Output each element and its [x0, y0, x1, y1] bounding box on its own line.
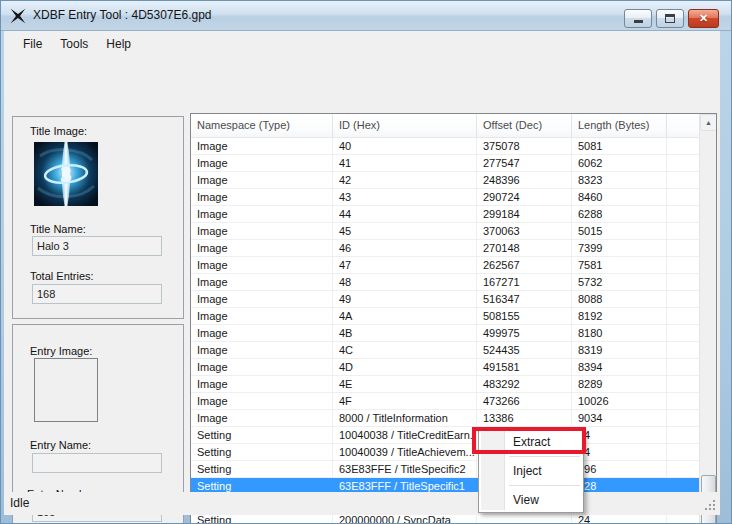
table-row[interactable]: Image4E4832928289: [191, 376, 699, 393]
menu-separator: [509, 485, 580, 486]
cell-filler: [667, 189, 699, 206]
cell-namespace: Image: [191, 325, 333, 342]
cell-namespace: Image: [191, 342, 333, 359]
table-row[interactable]: Image432907248460: [191, 189, 699, 206]
header-cell-3[interactable]: Length (Bytes): [572, 114, 667, 137]
cell-offset: 508155: [477, 308, 572, 325]
header-cell-1[interactable]: ID (Hex): [333, 114, 477, 137]
table-row[interactable]: Image8000 / TitleInformation133869034: [191, 410, 699, 427]
cell-filler: [667, 206, 699, 223]
cell-length: 8394: [572, 359, 667, 376]
table-row[interactable]: Image4A5081558192: [191, 308, 699, 325]
cell-filler: [667, 308, 699, 325]
cell-id: 10040039 / TitleAchievem...: [333, 444, 477, 461]
table-row[interactable]: Image412775476062: [191, 155, 699, 172]
cell-filler: [667, 291, 699, 308]
entries-table: Namespace (Type)ID (Hex)Offset (Dec)Leng…: [190, 113, 717, 524]
total-entries-input[interactable]: [32, 284, 162, 304]
cell-length: 8319: [572, 342, 667, 359]
cell-namespace: Image: [191, 206, 333, 223]
table-row[interactable]: Image462701487399: [191, 240, 699, 257]
maximize-button[interactable]: [656, 9, 684, 28]
title-info-panel: Title Image: 3: [12, 116, 184, 319]
cell-namespace: Image: [191, 155, 333, 172]
cell-filler: [667, 342, 699, 359]
context-menu-item-view[interactable]: View: [479, 489, 583, 511]
cell-id: 4B: [333, 325, 477, 342]
cell-filler: [667, 172, 699, 189]
cell-namespace: Setting: [191, 444, 333, 461]
cell-offset: 290724: [477, 189, 572, 206]
cell-namespace: Image: [191, 359, 333, 376]
table-row[interactable]: Image442991846288: [191, 206, 699, 223]
cell-id: 47: [333, 257, 477, 274]
menu-item-tools[interactable]: Tools: [51, 34, 97, 54]
cell-namespace: Image: [191, 223, 333, 240]
minimize-button[interactable]: [624, 9, 652, 28]
vertical-scrollbar[interactable]: ▲ ▼: [699, 114, 716, 524]
cell-namespace: Image: [191, 393, 333, 410]
table-row[interactable]: Image495163478088: [191, 291, 699, 308]
table-header: Namespace (Type)ID (Hex)Offset (Dec)Leng…: [191, 114, 699, 138]
cell-filler: [667, 155, 699, 172]
cell-length: 5732: [572, 274, 667, 291]
cell-id: 41: [333, 155, 477, 172]
cell-filler: [667, 274, 699, 291]
status-bar: Idle: [4, 492, 720, 515]
resize-grip[interactable]: [704, 499, 717, 512]
cell-id: 40: [333, 138, 477, 155]
cell-id: 44: [333, 206, 477, 223]
total-entries-label: Total Entries:: [30, 270, 94, 282]
cell-offset: 375078: [477, 138, 572, 155]
header-cell-0[interactable]: Namespace (Type): [191, 114, 333, 137]
cell-length: 8088: [572, 291, 667, 308]
cell-offset: 299184: [477, 206, 572, 223]
cell-namespace: Setting: [191, 461, 333, 478]
cell-filler: [667, 359, 699, 376]
cell-id: 48: [333, 274, 477, 291]
client-area: Title Image: 3: [4, 56, 720, 515]
menu-item-help[interactable]: Help: [97, 34, 140, 54]
cell-filler: [667, 325, 699, 342]
cell-offset: 248396: [477, 172, 572, 189]
table-row[interactable]: Image472625677581: [191, 257, 699, 274]
menu-item-file[interactable]: File: [14, 34, 51, 54]
table-row[interactable]: Image403750785081: [191, 138, 699, 155]
cell-filler: [667, 461, 699, 478]
cell-namespace: Image: [191, 376, 333, 393]
cell-length: 8180: [572, 325, 667, 342]
entry-name-input[interactable]: [32, 453, 162, 473]
table-row[interactable]: Image422483968323: [191, 172, 699, 189]
table-row[interactable]: Setting10040039 / TitleAchievem...224742…: [191, 444, 699, 461]
minimize-icon: [634, 20, 643, 23]
header-cell-filler: [667, 114, 699, 137]
cell-length: 8192: [572, 308, 667, 325]
table-row[interactable]: Image453700635015: [191, 223, 699, 240]
context-menu-item-inject[interactable]: Inject: [479, 460, 583, 482]
cell-offset: 516347: [477, 291, 572, 308]
cell-filler: [667, 444, 699, 461]
close-button[interactable]: ✕: [688, 9, 719, 28]
cell-id: 49: [333, 291, 477, 308]
table-row[interactable]: Setting63E83FFE / TitleSpecific222530296: [191, 461, 699, 478]
window-controls: ✕: [624, 9, 719, 28]
scroll-up-icon: ▲: [705, 119, 712, 126]
cell-filler: [667, 427, 699, 444]
title-name-input[interactable]: [32, 236, 162, 256]
cell-length: 5081: [572, 138, 667, 155]
table-row[interactable]: Image4D4915818394: [191, 359, 699, 376]
table-row[interactable]: Setting10040038 / TitleCreditEarn...2243…: [191, 427, 699, 444]
table-row[interactable]: Image4B4999758180: [191, 325, 699, 342]
cell-id: 8000 / TitleInformation: [333, 410, 477, 427]
table-row[interactable]: Image481672715732: [191, 274, 699, 291]
cell-namespace: Image: [191, 257, 333, 274]
cell-namespace: Setting: [191, 427, 333, 444]
maximize-icon: [665, 14, 675, 23]
header-cell-2[interactable]: Offset (Dec): [477, 114, 572, 137]
table-row[interactable]: Image4C5244358319: [191, 342, 699, 359]
cell-length: 7581: [572, 257, 667, 274]
cell-id: 63E83FFE / TitleSpecific2: [333, 461, 477, 478]
cell-namespace: Image: [191, 138, 333, 155]
scroll-up-button[interactable]: ▲: [700, 114, 717, 131]
table-row[interactable]: Image4F47326610026: [191, 393, 699, 410]
